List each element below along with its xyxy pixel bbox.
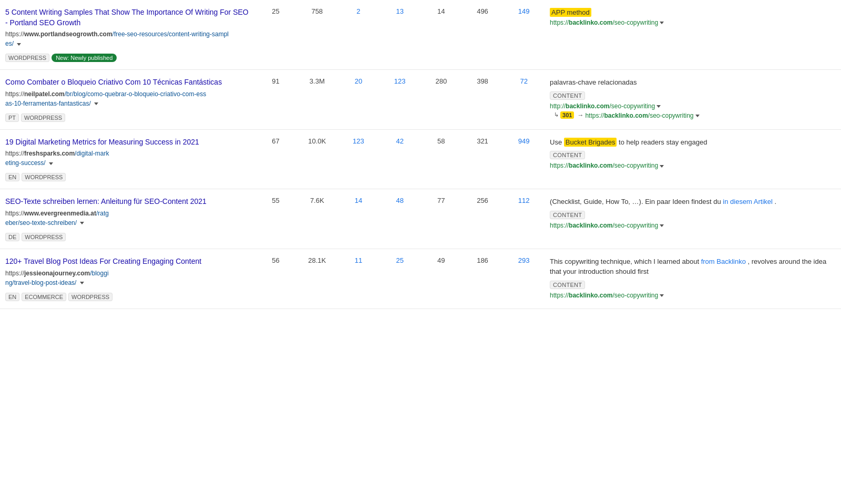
result-info-cell: (Checklist, Guide, How To, …). Ein paar … bbox=[545, 189, 841, 249]
col-num6: 321 bbox=[462, 129, 504, 189]
col-num4: 25 bbox=[379, 249, 420, 308]
result-title-link[interactable]: SEO-Texte schreiben lernen: Anleitung fü… bbox=[5, 197, 207, 205]
col-num4: 123 bbox=[379, 70, 420, 130]
result-tags: ENECOMMERCEWORDPRESS bbox=[5, 290, 250, 301]
backlink-url-link[interactable]: http://backlinko.com/seo-copywriting bbox=[550, 102, 836, 110]
table-row: 120+ Travel Blog Post Ideas For Creating… bbox=[0, 249, 841, 308]
table-row: 5 Content Writing Samples That Show The … bbox=[0, 0, 841, 70]
result-title-cell: 19 Digital Marketing Metrics for Measuri… bbox=[0, 129, 255, 189]
content-badge: CONTENT bbox=[550, 151, 585, 159]
col-num4: 48 bbox=[379, 189, 420, 249]
col-num6: 186 bbox=[462, 249, 504, 308]
col-num3: 14 bbox=[338, 189, 380, 249]
result-title-link[interactable]: 120+ Travel Blog Post Ideas For Creating… bbox=[5, 257, 201, 265]
result-info-cell: APP methodhttps://backlinko.com/seo-copy… bbox=[545, 0, 841, 70]
highlight-text: APP method bbox=[550, 8, 591, 17]
col-num6: 398 bbox=[462, 70, 504, 130]
results-table-container: 5 Content Writing Samples That Show The … bbox=[0, 0, 841, 309]
result-url-line: https://www.portlandseogrowth.com/free-s… bbox=[5, 29, 250, 48]
result-new-tag: New: Newly published bbox=[52, 54, 117, 62]
result-info-text: (Checklist, Guide, How To, …). Ein paar … bbox=[550, 197, 836, 207]
result-tag: WORDPRESS bbox=[22, 233, 66, 241]
dropdown-arrow-icon[interactable] bbox=[80, 282, 84, 284]
result-tag: DE bbox=[5, 233, 19, 241]
content-badge: CONTENT bbox=[550, 281, 585, 289]
result-url-line: https://www.evergreenmedia.at/ratg eber/… bbox=[5, 209, 250, 228]
backlink-url-link[interactable]: https://backlinko.com/seo-copywriting bbox=[550, 162, 836, 169]
dropdown-arrow-icon[interactable] bbox=[49, 162, 53, 165]
backlink-url-link[interactable]: https://backlinko.com/seo-copywriting bbox=[550, 292, 836, 299]
result-info-cell: This copywriting technique, which I lear… bbox=[545, 249, 841, 308]
col-num5: 49 bbox=[420, 249, 462, 308]
result-domain-link[interactable]: jessieonajourney.com bbox=[24, 270, 90, 277]
result-tags: ENWORDPRESS bbox=[5, 170, 250, 181]
result-info-cell: Use Bucket Brigades to help readers stay… bbox=[545, 129, 841, 189]
result-url-line: https://neilpatel.com/br/blog/como-quebr… bbox=[5, 89, 250, 108]
result-title-link[interactable]: 19 Digital Marketing Metrics for Measuri… bbox=[5, 138, 199, 146]
redirect-code-badge: 301 bbox=[560, 111, 574, 119]
result-title-link[interactable]: Como Combater o Bloqueio Criativo Com 10… bbox=[5, 78, 222, 86]
col-num3: 123 bbox=[338, 129, 380, 189]
dropdown-arrow-icon[interactable] bbox=[17, 43, 21, 46]
dropdown-arrow-icon[interactable] bbox=[660, 22, 664, 24]
results-table: 5 Content Writing Samples That Show The … bbox=[0, 0, 841, 309]
backlink-url-line: http://backlinko.com/seo-copywriting bbox=[550, 102, 836, 110]
dropdown-arrow-icon[interactable] bbox=[660, 224, 664, 227]
result-title-cell: Como Combater o Bloqueio Criativo Com 10… bbox=[0, 70, 255, 130]
result-tag: WORDPRESS bbox=[5, 54, 49, 62]
result-tag: WORDPRESS bbox=[68, 293, 112, 301]
result-title-link[interactable]: 5 Content Writing Samples That Show The … bbox=[5, 8, 249, 27]
col-num7: 112 bbox=[503, 189, 545, 249]
redirect-line: ↳301→ https://backlinko.com/seo-copywrit… bbox=[554, 111, 836, 119]
col-num4: 13 bbox=[379, 0, 420, 70]
redirect-url-link[interactable]: https://backlinko.com/seo-copywriting bbox=[585, 112, 699, 119]
col-num5: 58 bbox=[420, 129, 462, 189]
backlink-url-link[interactable]: https://backlinko.com/seo-copywriting bbox=[550, 222, 836, 229]
dropdown-arrow-icon[interactable] bbox=[695, 115, 700, 117]
col-num7: 149 bbox=[503, 0, 545, 70]
col-num1: 25 bbox=[255, 0, 296, 70]
result-title-cell: 120+ Travel Blog Post Ideas For Creating… bbox=[0, 249, 255, 308]
col-num7: 949 bbox=[503, 129, 545, 189]
dropdown-arrow-icon[interactable] bbox=[80, 222, 84, 224]
col-num1: 91 bbox=[255, 70, 296, 130]
result-domain-link[interactable]: neilpatel.com bbox=[24, 90, 65, 98]
result-info-text: palavras-chave relacionadas bbox=[550, 77, 836, 88]
col-num2: 28.1K bbox=[296, 249, 338, 308]
result-domain-link[interactable]: www.portlandseogrowth.com bbox=[24, 30, 112, 38]
result-tags: WORDPRESSNew: Newly published bbox=[5, 51, 250, 62]
col-num7: 72 bbox=[503, 70, 545, 130]
col-num5: 77 bbox=[420, 189, 462, 249]
dropdown-arrow-icon[interactable] bbox=[660, 165, 664, 168]
col-num2: 10.0K bbox=[296, 129, 338, 189]
info-inline-link[interactable]: in diesem Artikel bbox=[723, 198, 773, 205]
result-url-line: https://jessieonajourney.com/bloggi ng/t… bbox=[5, 269, 250, 287]
col-num2: 3.3M bbox=[296, 70, 338, 130]
dropdown-arrow-icon[interactable] bbox=[657, 105, 661, 108]
col-num1: 55 bbox=[255, 189, 296, 249]
backlink-url-line: https://backlinko.com/seo-copywriting bbox=[550, 162, 836, 169]
col-num3: 20 bbox=[338, 70, 380, 130]
result-title-cell: 5 Content Writing Samples That Show The … bbox=[0, 0, 255, 70]
dropdown-arrow-icon[interactable] bbox=[660, 294, 664, 297]
info-inline-link[interactable]: from Backlinko bbox=[701, 258, 746, 265]
result-tags: DEWORDPRESS bbox=[5, 230, 250, 241]
result-tag: WORDPRESS bbox=[22, 173, 66, 181]
backlink-url-line: https://backlinko.com/seo-copywriting bbox=[550, 222, 836, 229]
result-domain-link[interactable]: freshsparks.com bbox=[24, 150, 75, 157]
dropdown-arrow-icon[interactable] bbox=[94, 102, 98, 105]
result-url-line: https://freshsparks.com/digital-mark eti… bbox=[5, 149, 250, 168]
result-tags: PTWORDPRESS bbox=[5, 111, 250, 122]
table-row: Como Combater o Bloqueio Criativo Com 10… bbox=[0, 70, 841, 130]
result-info-text: APP method bbox=[550, 7, 836, 18]
col-num3: 11 bbox=[338, 249, 380, 308]
result-tag: PT bbox=[5, 114, 19, 122]
col-num6: 256 bbox=[462, 189, 504, 249]
backlink-url-line: https://backlinko.com/seo-copywriting bbox=[550, 19, 836, 26]
backlink-url-link[interactable]: https://backlinko.com/seo-copywriting bbox=[550, 19, 836, 26]
result-tag: EN bbox=[5, 173, 19, 181]
result-title-cell: SEO-Texte schreiben lernen: Anleitung fü… bbox=[0, 189, 255, 249]
col-num6: 496 bbox=[462, 0, 504, 70]
backlink-url-line: https://backlinko.com/seo-copywriting bbox=[550, 292, 836, 299]
result-domain-link[interactable]: www.evergreenmedia.at bbox=[24, 210, 96, 217]
